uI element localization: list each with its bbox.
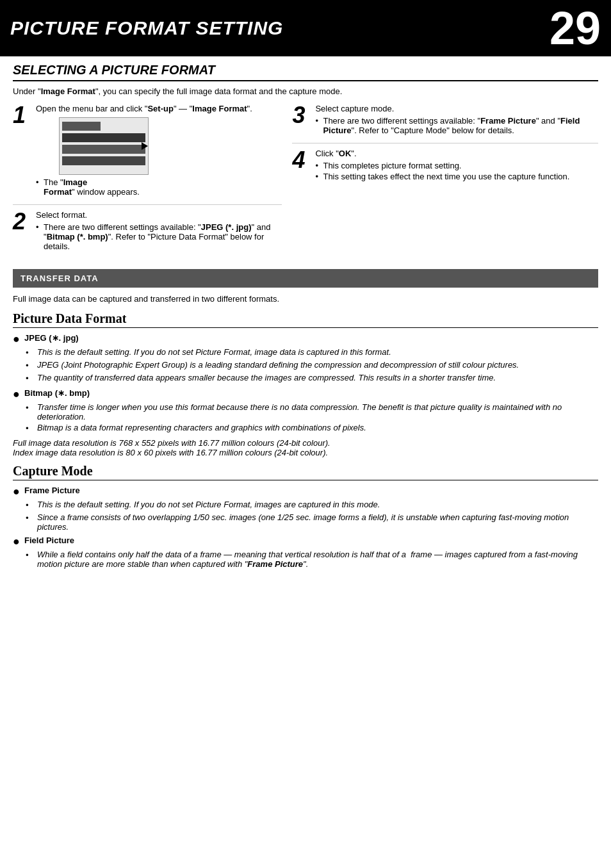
- jpeg-item: ● JPEG (∗. jpg) • This is the default se…: [13, 333, 598, 384]
- frame-sub-text-1: This is the default setting. If you do n…: [37, 500, 380, 509]
- step-2-bullet-1: There are two different settings availab…: [36, 222, 282, 251]
- main-content: SELECTING A PICTURE FORMAT Under "Image …: [0, 56, 611, 585]
- steps-container: 1 Open the menu bar and click "Set-up" —…: [13, 104, 598, 259]
- bitmap-bullet-dot: ●: [13, 388, 22, 401]
- jpeg-sub-text-1: This is the default setting. If you do n…: [37, 347, 391, 357]
- selecting-section: SELECTING A PICTURE FORMAT Under "Image …: [13, 63, 598, 259]
- intro-text: Under "Image Format", you can specify th…: [13, 86, 598, 96]
- jpeg-sub-dot-3: •: [26, 373, 35, 384]
- bitmap-heading: Bitmap (∗. bmp): [24, 388, 90, 398]
- page-number: 29: [550, 5, 601, 51]
- frame-sub-dot-2: •: [26, 512, 35, 524]
- frame-sub-text-2: Since a frame consists of two overlappin…: [37, 512, 598, 532]
- menu-row-2: [62, 145, 145, 154]
- section-divider: [13, 80, 598, 81]
- field-picture-item: ● Field Picture • While a field contains…: [13, 536, 598, 569]
- step-4-number: 4: [292, 149, 310, 183]
- screenshot-mockup: [36, 117, 282, 175]
- step-3-bullet-1: There are two different settings availab…: [315, 116, 598, 135]
- frame-sub-bullets: • This is the default setting. If you do…: [26, 500, 598, 532]
- frame-picture-item: ● Frame Picture • This is the default se…: [13, 486, 598, 532]
- menu-row-1: [62, 133, 145, 142]
- steps-right: 3 Select capture mode. There are two dif…: [292, 104, 598, 259]
- step-3-number: 3: [292, 104, 310, 136]
- step-4-bullet-1: This completes picture format setting.: [315, 161, 598, 170]
- screenshot-box: [59, 117, 149, 175]
- bitmap-sub-dot-1: •: [26, 402, 35, 414]
- bitmap-sub-text-1: Transfer time is longer when you use thi…: [37, 402, 598, 422]
- frame-heading-row: ● Frame Picture: [13, 486, 598, 498]
- step-1-bullet-1: The "ImageFormat" window appears.: [36, 177, 282, 197]
- field-sub-dot-1: •: [26, 550, 35, 561]
- bitmap-item: ● Bitmap (∗. bmp) • Transfer time is lon…: [13, 388, 598, 434]
- steps-left: 1 Open the menu bar and click "Set-up" —…: [13, 104, 282, 259]
- menubar-bar: [62, 122, 101, 131]
- jpeg-sub-text-2: JPEG (Joint Photographic Expert Group) i…: [37, 360, 519, 370]
- step-3-main: Select capture mode.: [315, 104, 598, 113]
- step-1-bullets: The "ImageFormat" window appears.: [36, 177, 282, 197]
- step-divider-1: [13, 204, 282, 205]
- field-bullet-1: • While a field contains only half the d…: [26, 550, 598, 569]
- step-2-main: Select format.: [36, 210, 282, 220]
- frame-bullet-dot: ●: [13, 486, 22, 498]
- step-divider-2: [292, 143, 598, 143]
- selecting-title: SELECTING A PICTURE FORMAT: [13, 63, 598, 78]
- bitmap-bullet-2: • Bitmap is a data format representing c…: [26, 423, 598, 434]
- jpeg-bullet-1: • This is the default setting. If you do…: [26, 347, 598, 359]
- field-bullet-dot: ●: [13, 536, 22, 548]
- step-1-main: Open the menu bar and click "Set-up" — "…: [36, 104, 282, 113]
- bitmap-sub-bullets: • Transfer time is longer when you use t…: [26, 402, 598, 434]
- frame-bullet-2: • Since a frame consists of two overlapp…: [26, 512, 598, 532]
- field-heading-row: ● Field Picture: [13, 536, 598, 548]
- menu-row-3: [62, 156, 145, 165]
- frame-sub-dot-1: •: [26, 500, 35, 511]
- arrow-icon: [142, 142, 148, 150]
- step-4-bullets: This completes picture format setting. T…: [315, 161, 598, 181]
- step-2-number: 2: [13, 210, 31, 252]
- field-sub-bullets: • While a field contains only half the d…: [26, 550, 598, 569]
- step-2-content: Select format. There are two different s…: [36, 210, 282, 252]
- step-1-number: 1: [13, 104, 31, 198]
- bitmap-heading-row: ● Bitmap (∗. bmp): [13, 388, 598, 401]
- picture-data-format-title: Picture Data Format: [13, 311, 598, 326]
- capture-mode-section: Capture Mode ● Frame Picture • This is t…: [13, 464, 598, 569]
- step-1: 1 Open the menu bar and click "Set-up" —…: [13, 104, 282, 198]
- transfer-intro: Full image data can be captured and tran…: [13, 294, 598, 304]
- picture-data-format-section: Picture Data Format ● JPEG (∗. jpg) • Th…: [13, 311, 598, 457]
- frame-heading: Frame Picture: [24, 486, 80, 495]
- capture-mode-title: Capture Mode: [13, 464, 598, 479]
- step-4-main: Click "OK".: [315, 149, 598, 158]
- jpeg-bullet-2: • JPEG (Joint Photographic Expert Group)…: [26, 360, 598, 372]
- step-2: 2 Select format. There are two different…: [13, 210, 282, 252]
- step-4-bullet-2: This setting takes effect the next time …: [315, 172, 598, 181]
- frame-bullet-1: • This is the default setting. If you do…: [26, 500, 598, 511]
- jpeg-heading-row: ● JPEG (∗. jpg): [13, 333, 598, 346]
- bitmap-sub-dot-2: •: [26, 423, 35, 434]
- field-sub-text-1: While a field contains only half the dat…: [37, 550, 598, 569]
- step-2-bullets: There are two different settings availab…: [36, 222, 282, 251]
- field-heading: Field Picture: [24, 536, 74, 545]
- jpeg-sub-dot-1: •: [26, 347, 35, 359]
- bitmap-bullet-1: • Transfer time is longer when you use t…: [26, 402, 598, 422]
- jpeg-sub-bullets: • This is the default setting. If you do…: [26, 347, 598, 385]
- jpeg-bullet-dot: ●: [13, 333, 22, 346]
- resolution-note: Full image data resolution is 768 x 552 …: [13, 438, 598, 457]
- page-title: PICTURE FORMAT SETTING: [10, 17, 283, 39]
- step-1-content: Open the menu bar and click "Set-up" — "…: [36, 104, 282, 198]
- bitmap-sub-text-2: Bitmap is a data format representing cha…: [37, 423, 366, 432]
- jpeg-sub-dot-2: •: [26, 360, 35, 372]
- step-4-content: Click "OK". This completes picture forma…: [315, 149, 598, 183]
- step-3-content: Select capture mode. There are two diffe…: [315, 104, 598, 136]
- step-3-bullets: There are two different settings availab…: [315, 116, 598, 135]
- transfer-data-header: TRANSFER DATA: [13, 269, 598, 288]
- page-header: PICTURE FORMAT SETTING 29: [0, 0, 611, 56]
- jpeg-sub-text-3: The quantity of transferred data appears…: [37, 373, 496, 382]
- capture-mode-divider: [13, 480, 598, 480]
- step-4: 4 Click "OK". This completes picture for…: [292, 149, 598, 183]
- step-3: 3 Select capture mode. There are two dif…: [292, 104, 598, 136]
- picture-data-format-divider: [13, 327, 598, 328]
- jpeg-heading: JPEG (∗. jpg): [24, 333, 79, 343]
- jpeg-bullet-3: • The quantity of transferred data appea…: [26, 373, 598, 384]
